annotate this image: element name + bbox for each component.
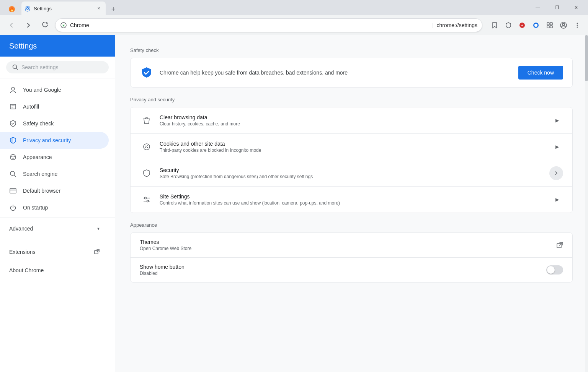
sidebar-item-extensions[interactable]: Extensions [0, 244, 109, 260]
restore-button[interactable]: ❐ [548, 2, 566, 14]
themes-title: Themes [140, 239, 550, 245]
clear-browsing-item[interactable]: Clear browsing data Clear history, cooki… [131, 107, 572, 134]
address-secure-icon: ● [60, 22, 67, 29]
forward-button[interactable] [21, 18, 35, 32]
cookies-item[interactable]: Cookies and other site data Third-party … [131, 134, 572, 160]
privacy-security-section-title: Privacy and security [130, 97, 573, 102]
sidebar-section-advanced: Advanced ▾ [0, 218, 115, 239]
reload-icon [42, 22, 48, 28]
palette-icon [9, 153, 17, 161]
scrollbar-track [585, 35, 588, 372]
sidebar-item-you-and-google[interactable]: You and Google [0, 81, 109, 98]
themes-item[interactable]: Themes Open Chrome Web Store [131, 233, 572, 258]
new-tab-button[interactable]: + [107, 3, 119, 15]
site-settings-item[interactable]: Site Settings Controls what information … [131, 187, 572, 213]
reload-button[interactable] [38, 18, 52, 32]
svg-point-8 [534, 24, 537, 27]
extensions-button[interactable] [544, 19, 556, 31]
trash-icon [140, 114, 154, 127]
toolbar-icons: + [488, 19, 583, 31]
address-app-name: Chrome [70, 22, 429, 28]
cookie-icon [140, 140, 154, 154]
sidebar-item-on-startup[interactable]: On startup [0, 199, 109, 216]
arrow-icon: ▶ [551, 114, 563, 127]
svg-rect-11 [547, 26, 549, 28]
show-home-button-toggle[interactable] [546, 265, 563, 275]
svg-point-17 [577, 26, 578, 28]
check-now-button[interactable]: Check now [518, 66, 563, 80]
address-url: chrome://settings [436, 22, 477, 28]
sliders-icon [140, 193, 154, 206]
show-home-button-title: Show home button [140, 264, 540, 270]
svg-point-33 [145, 146, 146, 146]
privacy-security-card: Clear browsing data Clear history, cooki… [130, 107, 573, 213]
sidebar-item-advanced[interactable]: Advanced ▾ [0, 221, 109, 236]
back-button[interactable] [5, 18, 18, 32]
svg-text:●: ● [63, 24, 64, 26]
svg-point-2 [27, 8, 29, 10]
svg-point-19 [11, 87, 15, 90]
fire-icon: 🔥 [8, 6, 15, 13]
address-bar[interactable]: ● Chrome | chrome://settings [55, 18, 482, 32]
settings-tab-icon [24, 5, 31, 11]
security-title: Security [160, 167, 543, 173]
safety-shield-icon [140, 66, 154, 80]
sidebar-item-privacy-security[interactable]: Privacy and security [0, 132, 109, 149]
appearance-card: Themes Open Chrome Web Store Show home b… [130, 232, 573, 283]
address-separator: | [432, 22, 434, 28]
show-home-button-item[interactable]: Show home button Disabled [131, 258, 572, 282]
content-area: Safety check Chrome can help keep you sa… [115, 35, 588, 372]
arrow-circle-icon [549, 166, 563, 180]
extension-shield-icon[interactable] [502, 19, 514, 31]
inactive-tab[interactable]: 🔥 [3, 3, 21, 15]
sidebar-item-default-browser[interactable]: Default browser [0, 182, 109, 199]
safety-check-section-title: Safety check [130, 47, 573, 53]
svg-text:+: + [521, 23, 523, 28]
toggle-knob [547, 266, 555, 274]
show-home-button-subtitle: Disabled [140, 271, 540, 276]
svg-point-37 [146, 146, 147, 147]
bookmark-button[interactable] [488, 19, 501, 31]
svg-point-35 [145, 147, 146, 148]
safety-check-card: Chrome can help keep you safe from data … [130, 58, 573, 88]
autofill-icon [9, 103, 17, 110]
safety-check-description: Chrome can help keep you safe from data … [160, 70, 512, 76]
svg-point-14 [562, 23, 565, 26]
navigation-bar: ● Chrome | chrome://settings + [0, 15, 588, 35]
menu-button[interactable] [571, 19, 583, 31]
svg-point-40 [145, 197, 147, 199]
shield-check-icon [9, 120, 17, 127]
sidebar-item-search-engine[interactable]: Search engine [0, 166, 109, 182]
sidebar-section-extensions: Extensions [0, 241, 115, 263]
extension-red-icon[interactable]: + [516, 19, 528, 31]
svg-point-15 [577, 23, 578, 24]
security-item[interactable]: Security Safe Browsing (protection from … [131, 160, 572, 187]
svg-point-26 [13, 158, 14, 159]
scrollbar-thumb[interactable] [585, 35, 588, 81]
profile-button[interactable] [557, 19, 570, 31]
extension-blue-icon[interactable] [530, 19, 542, 31]
external-link-icon [94, 249, 100, 255]
settings-search[interactable]: Search settings [6, 61, 109, 73]
svg-point-25 [14, 156, 15, 157]
svg-rect-12 [550, 26, 552, 28]
search-engine-icon [9, 170, 17, 178]
svg-text:🔥: 🔥 [10, 7, 15, 12]
close-button[interactable]: ✕ [567, 2, 585, 14]
arrow-icon-2: ▶ [551, 141, 563, 153]
active-tab[interactable]: Settings × [21, 2, 106, 15]
svg-point-36 [147, 147, 148, 148]
sidebar-item-safety-check[interactable]: Safety check [0, 115, 109, 132]
chevron-down-icon: ▾ [97, 226, 100, 231]
sidebar-item-autofill[interactable]: Autofill [0, 98, 109, 115]
tab-close-button[interactable]: × [95, 5, 103, 12]
minimize-button[interactable]: — [529, 2, 547, 14]
sidebar-item-about-chrome[interactable]: About Chrome [0, 263, 109, 278]
sidebar-item-appearance[interactable]: Appearance [0, 149, 109, 166]
svg-rect-9 [547, 23, 549, 25]
svg-point-41 [147, 200, 149, 202]
svg-point-23 [10, 154, 16, 160]
settings-header: Settings [0, 35, 115, 57]
svg-rect-10 [550, 23, 552, 25]
forward-icon [25, 22, 31, 28]
